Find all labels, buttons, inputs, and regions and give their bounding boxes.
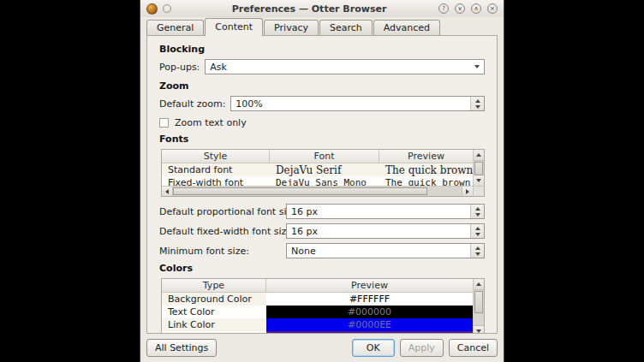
tab-general[interactable]: General xyxy=(146,20,204,35)
keep-above-button[interactable] xyxy=(163,4,171,13)
cancel-button[interactable]: Cancel xyxy=(449,339,498,357)
dialog-footer: All Settings OK Apply Cancel xyxy=(140,334,504,362)
zoom-text-only-row: Zoom text only xyxy=(159,117,485,128)
ok-button[interactable]: OK xyxy=(352,339,395,357)
tabbar: GeneralContentPrivacySearchAdvanced xyxy=(140,17,504,35)
blocking-section-title: Blocking xyxy=(159,44,485,55)
tab-search[interactable]: Search xyxy=(319,20,373,35)
scroll-down-icon[interactable] xyxy=(474,175,484,186)
fonts-cell-preview: The quick brown fox xyxy=(379,163,473,176)
zoom-text-only-label: Zoom text only xyxy=(175,117,247,128)
proportional-font-size-value: 16 px xyxy=(287,205,470,218)
minimum-font-size-value: None xyxy=(287,244,470,258)
minimum-font-size-spinbox[interactable]: None xyxy=(286,243,485,258)
fixed-width-font-size-value: 16 px xyxy=(287,224,470,238)
fonts-cell-style: Standard font xyxy=(162,163,270,176)
spin-up-icon[interactable] xyxy=(475,207,480,211)
colors-header-preview[interactable]: Preview xyxy=(266,279,473,293)
fonts-header-font[interactable]: Font xyxy=(270,150,379,163)
spin-up-icon[interactable] xyxy=(475,246,480,250)
apply-button[interactable]: Apply xyxy=(400,339,444,357)
scrollbar-corner xyxy=(473,186,484,196)
all-settings-button[interactable]: All Settings xyxy=(146,339,217,357)
spin-buttons[interactable] xyxy=(470,244,484,258)
window-title: Preferences — Otter Browser xyxy=(192,3,426,15)
zoom-text-only-checkbox[interactable] xyxy=(159,118,169,128)
fonts-header-style[interactable]: Style xyxy=(162,150,270,163)
fixed-width-font-size-row: Default fixed-width font size: 16 px xyxy=(159,223,485,239)
scroll-up-icon[interactable] xyxy=(474,279,484,290)
color-swatch: #FFFFFF xyxy=(266,293,473,306)
proportional-font-size-row: Default proportional font size: 16 px xyxy=(159,204,485,219)
titlebar[interactable]: Preferences — Otter Browser ? ∨ ∧ × xyxy=(140,0,504,17)
fonts-table: Style Font Preview Standard fontDejaVu S… xyxy=(161,149,485,197)
fonts-section-title: Fonts xyxy=(159,134,485,145)
default-zoom-label: Default zoom: xyxy=(159,98,225,110)
zoom-section-title: Zoom xyxy=(159,80,485,92)
default-zoom-spinbox[interactable]: 100% xyxy=(230,96,485,111)
popups-combobox[interactable]: Ask xyxy=(205,59,485,74)
fonts-table-header: Style Font Preview xyxy=(162,150,473,163)
spin-up-icon[interactable] xyxy=(475,227,480,230)
spin-down-icon[interactable] xyxy=(475,105,480,109)
close-icon[interactable]: × xyxy=(487,3,498,14)
chevron-down-icon xyxy=(474,65,480,68)
default-zoom-row: Default zoom: 100% xyxy=(159,96,485,111)
spin-up-icon[interactable] xyxy=(475,99,480,103)
unshade-icon[interactable]: ∧ xyxy=(471,3,481,14)
minimum-font-size-row: Minimum font size: None xyxy=(159,243,485,258)
help-icon[interactable]: ? xyxy=(438,3,449,14)
scrollbar-thumb[interactable] xyxy=(173,187,427,195)
proportional-font-size-label: Default proportional font size: xyxy=(159,206,286,217)
popups-label: Pop-ups: xyxy=(159,62,200,73)
content-tab-pane: Blocking Pop-ups: Ask Zoom Default zoom:… xyxy=(146,35,498,334)
shade-icon[interactable]: ∨ xyxy=(455,3,465,14)
window-controls: ? ∨ ∧ × xyxy=(438,3,498,14)
otter-browser-icon xyxy=(146,3,158,15)
fixed-width-font-size-spinbox[interactable]: 16 px xyxy=(286,223,485,239)
scroll-right-icon[interactable] xyxy=(462,187,473,196)
spin-down-icon[interactable] xyxy=(475,252,480,256)
fonts-header-preview[interactable]: Preview xyxy=(379,150,473,163)
table-row[interactable]: Text Color#000000 xyxy=(162,306,473,318)
tab-content[interactable]: Content xyxy=(205,18,263,36)
desktop-background: Preferences — Otter Browser ? ∨ ∧ × Gene… xyxy=(0,0,644,362)
spin-down-icon[interactable] xyxy=(475,233,480,236)
colors-cell-type: Visited Link Color xyxy=(162,331,266,334)
default-zoom-value: 100% xyxy=(231,97,470,110)
scroll-down-icon[interactable] xyxy=(474,325,484,334)
colors-section-title: Colors xyxy=(159,263,485,274)
table-row[interactable]: Link Color#0000EE xyxy=(162,318,473,331)
scrollbar-thumb[interactable] xyxy=(474,291,483,313)
colors-vertical-scrollbar[interactable] xyxy=(473,279,484,334)
scrollbar-thumb[interactable] xyxy=(474,162,483,175)
popups-row: Pop-ups: Ask xyxy=(159,59,485,74)
colors-table-body: Background Color#FFFFFFText Color#000000… xyxy=(162,293,473,334)
colors-cell-type: Text Color xyxy=(162,306,266,318)
color-swatch: #551A8B xyxy=(266,331,473,334)
fonts-vertical-scrollbar[interactable] xyxy=(473,150,484,186)
table-row[interactable]: Standard fontDejaVu SerifThe quick brown… xyxy=(162,163,473,176)
colors-table: Type Preview Background Color#FFFFFFText… xyxy=(161,278,485,334)
fonts-horizontal-scrollbar[interactable] xyxy=(162,186,473,196)
proportional-font-size-spinbox[interactable]: 16 px xyxy=(286,204,485,219)
popups-dropdown-button[interactable] xyxy=(470,60,484,74)
tab-advanced[interactable]: Advanced xyxy=(373,20,440,35)
minimum-font-size-label: Minimum font size: xyxy=(159,246,286,257)
scroll-up-icon[interactable] xyxy=(474,150,484,161)
scroll-left-icon[interactable] xyxy=(162,187,173,196)
table-row[interactable]: Background Color#FFFFFF xyxy=(162,293,473,306)
colors-header-type[interactable]: Type xyxy=(162,279,266,293)
spin-down-icon[interactable] xyxy=(475,213,480,217)
preferences-dialog: Preferences — Otter Browser ? ∨ ∧ × Gene… xyxy=(140,0,504,362)
colors-cell-type: Background Color xyxy=(162,293,266,306)
popups-value: Ask xyxy=(206,60,470,74)
colors-cell-type: Link Color xyxy=(162,318,266,331)
spin-buttons[interactable] xyxy=(470,224,484,238)
color-swatch: #000000 xyxy=(266,306,473,318)
spin-buttons[interactable] xyxy=(470,205,484,218)
default-zoom-spin-buttons[interactable] xyxy=(470,97,484,110)
tab-privacy[interactable]: Privacy xyxy=(264,20,319,35)
table-row[interactable]: Visited Link Color#551A8B xyxy=(162,331,473,334)
fonts-cell-font: DejaVu Serif xyxy=(270,163,379,176)
